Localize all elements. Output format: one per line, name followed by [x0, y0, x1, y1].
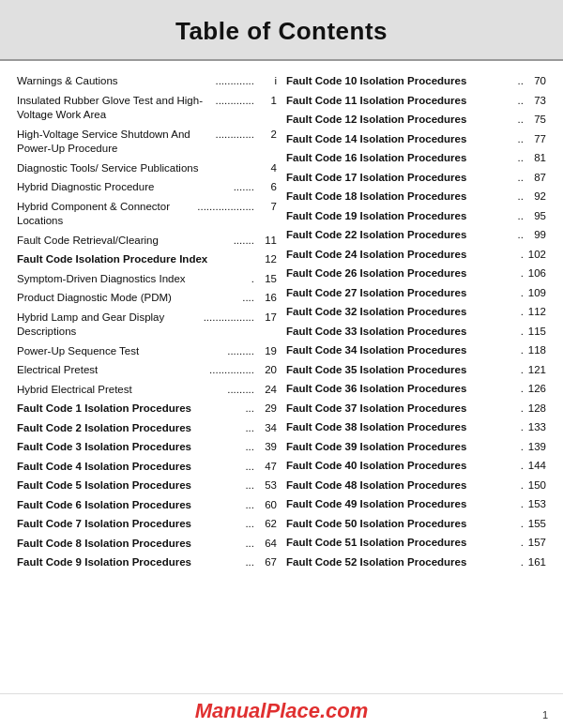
toc-page: 62	[256, 517, 277, 532]
list-item: Fault Code Retrieval/Clearing ....... 11	[17, 234, 277, 249]
toc-title: Fault Code 11 Isolation Procedures	[286, 94, 516, 109]
toc-page: 87	[525, 171, 546, 186]
toc-page: 133	[525, 420, 546, 435]
list-item: Fault Code 32 Isolation Procedures . 112	[286, 305, 546, 320]
toc-page: 4	[256, 161, 277, 176]
list-item: Fault Code 36 Isolation Procedures . 126	[286, 382, 546, 397]
list-item: Product Diagnostic Mode (PDM) .... 16	[17, 291, 277, 306]
toc-title: Hybrid Lamp and Gear Display Description…	[17, 311, 202, 340]
toc-title: Fault Code Retrieval/Clearing	[17, 234, 232, 249]
toc-page: 109	[525, 286, 546, 301]
toc-page: 153	[525, 497, 546, 512]
toc-page: 92	[525, 190, 546, 205]
toc-page: 67	[256, 555, 277, 570]
toc-page: 81	[525, 151, 546, 166]
toc-title: Fault Code 32 Isolation Procedures	[286, 305, 519, 320]
toc-title: Fault Code 1 Isolation Procedures	[17, 402, 243, 417]
toc-title: Fault Code 36 Isolation Procedures	[286, 382, 519, 397]
list-item: Hybrid Lamp and Gear Display Description…	[17, 311, 277, 340]
toc-dots: ..	[518, 190, 524, 205]
toc-page: 60	[256, 498, 277, 513]
list-item: Fault Code 49 Isolation Procedures . 153	[286, 497, 546, 512]
toc-content: Warnings & Cautions ............. iInsul…	[0, 61, 563, 584]
toc-page: 1	[256, 94, 277, 109]
toc-dots: .........	[227, 344, 254, 359]
page-number: 1	[542, 709, 548, 720]
list-item: Fault Code 1 Isolation Procedures ... 29	[17, 402, 277, 417]
list-item: Fault Code 18 Isolation Procedures .. 92	[286, 190, 546, 205]
toc-dots: .......	[234, 180, 254, 195]
toc-dots: ...	[245, 517, 254, 532]
list-item: Fault Code 8 Isolation Procedures ... 64	[17, 537, 277, 552]
header: Table of Contents	[0, 0, 563, 61]
list-item: Fault Code 26 Isolation Procedures . 106	[286, 266, 546, 281]
toc-page: 17	[256, 311, 277, 326]
list-item: Fault Code 9 Isolation Procedures ... 67	[17, 555, 277, 570]
toc-page: 126	[525, 382, 546, 397]
list-item: Fault Code 10 Isolation Procedures .. 70	[286, 74, 546, 89]
toc-dots: .	[521, 266, 524, 281]
toc-page: 73	[525, 94, 546, 109]
list-item: High-Voltage Service Shutdown And Power-…	[17, 128, 277, 157]
list-item: Insulated Rubber Glove Test and High-Vol…	[17, 94, 277, 123]
toc-title: Fault Code 18 Isolation Procedures	[286, 190, 516, 205]
toc-dots: ...	[245, 478, 254, 493]
list-item: Fault Code 6 Isolation Procedures ... 60	[17, 498, 277, 513]
toc-title: Symptom-Driven Diagnostics Index	[17, 272, 250, 287]
list-item: Fault Code 51 Isolation Procedures . 157	[286, 536, 546, 551]
toc-title: Fault Code 9 Isolation Procedures	[17, 555, 243, 570]
list-item: Diagnostic Tools/ Service Publications 4	[17, 161, 277, 176]
toc-dots: .	[521, 478, 524, 493]
list-item: Fault Code 40 Isolation Procedures . 144	[286, 459, 546, 474]
list-item: Electrical Pretest ............... 20	[17, 363, 277, 378]
toc-title: Fault Code 12 Isolation Procedures	[286, 113, 516, 128]
toc-page: 24	[256, 383, 277, 398]
list-item: Fault Code 24 Isolation Procedures . 102	[286, 248, 546, 263]
toc-dots: .	[521, 459, 524, 474]
toc-title: Fault Code 33 Isolation Procedures	[286, 325, 519, 340]
toc-dots: .	[521, 382, 524, 397]
list-item: Warnings & Cautions ............. i	[17, 74, 277, 89]
toc-title: Fault Code 52 Isolation Procedures	[286, 555, 519, 570]
toc-dots: .	[521, 248, 524, 263]
toc-title: Fault Code 2 Isolation Procedures	[17, 421, 243, 436]
toc-dots: ..	[518, 113, 524, 128]
toc-page: 106	[525, 266, 546, 281]
toc-title: Fault Code 5 Isolation Procedures	[17, 478, 243, 493]
page-title: Table of Contents	[9, 17, 554, 46]
toc-dots: .	[521, 497, 524, 512]
toc-title: Fault Code 16 Isolation Procedures	[286, 151, 516, 166]
toc-dots: .......	[234, 234, 254, 249]
toc-dots: ..	[518, 228, 524, 243]
list-item: Fault Code 37 Isolation Procedures . 128	[286, 402, 546, 417]
list-item: Fault Code 27 Isolation Procedures . 109	[286, 286, 546, 301]
toc-dots: ..	[518, 151, 524, 166]
toc-title: Fault Code 37 Isolation Procedures	[286, 402, 519, 417]
toc-page: 64	[256, 537, 277, 552]
list-item: Power-Up Sequence Test ......... 19	[17, 344, 277, 359]
toc-dots: .	[521, 363, 524, 378]
toc-title: Fault Code 27 Isolation Procedures	[286, 286, 519, 301]
list-item: Fault Code Isolation Procedure Index 12	[17, 252, 277, 267]
list-item: Fault Code 4 Isolation Procedures ... 47	[17, 460, 277, 475]
toc-dots: ...............	[209, 363, 254, 378]
toc-title: Hybrid Component & Connector Locations	[17, 200, 195, 229]
toc-dots: ..	[518, 209, 524, 224]
toc-dots: ...................	[197, 200, 254, 215]
list-item: Fault Code 2 Isolation Procedures ... 34	[17, 421, 277, 436]
toc-dots: .................	[204, 311, 254, 326]
left-column: Warnings & Cautions ............. iInsul…	[17, 74, 277, 575]
toc-page: 157	[525, 536, 546, 551]
toc-page: 115	[525, 325, 546, 340]
list-item: Fault Code 16 Isolation Procedures .. 81	[286, 151, 546, 166]
toc-page: 128	[525, 402, 546, 417]
toc-page: 16	[256, 291, 277, 306]
list-item: Fault Code 7 Isolation Procedures ... 62	[17, 517, 277, 532]
list-item: Hybrid Diagnostic Procedure ....... 6	[17, 180, 277, 195]
toc-page: 161	[525, 555, 546, 570]
toc-title: Electrical Pretest	[17, 363, 207, 378]
list-item: Fault Code 5 Isolation Procedures ... 53	[17, 478, 277, 493]
toc-title: Fault Code 48 Isolation Procedures	[286, 478, 519, 493]
brand-logo[interactable]: ManualPlace.com	[195, 699, 369, 723]
right-column: Fault Code 10 Isolation Procedures .. 70…	[286, 74, 546, 575]
